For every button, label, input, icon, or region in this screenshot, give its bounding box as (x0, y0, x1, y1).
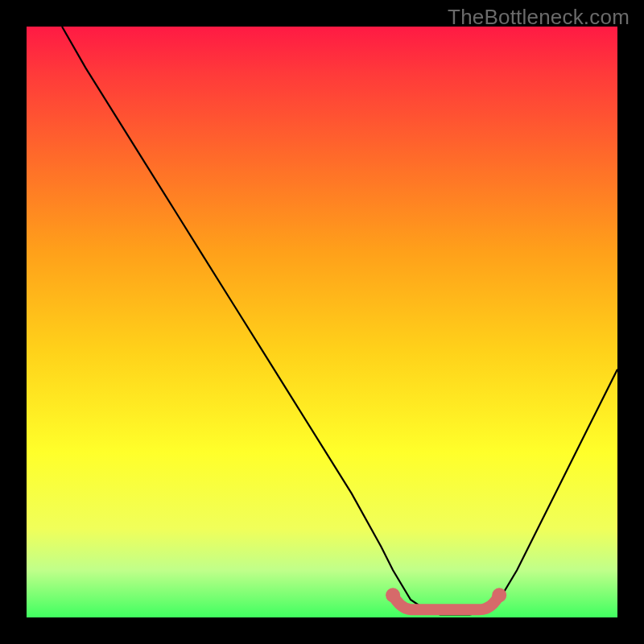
watermark-text: TheBottleneck.com (448, 5, 630, 30)
chart-frame: TheBottleneck.com (0, 0, 644, 644)
main-curve (62, 27, 617, 614)
accent-dot-right (492, 588, 506, 602)
curve-svg (27, 27, 617, 617)
accent-dot-left (386, 588, 400, 602)
plot-area (27, 27, 617, 617)
